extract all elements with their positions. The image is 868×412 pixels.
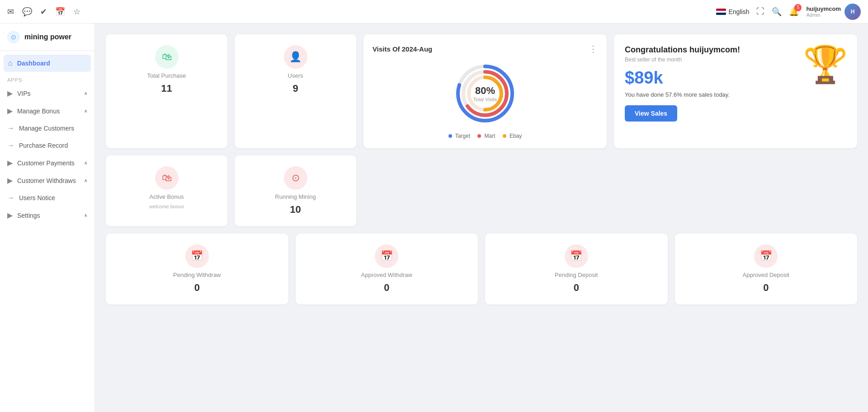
sidebar-item-label: Manage Customers <box>19 125 74 132</box>
approved-deposit-value: 0 <box>763 282 769 294</box>
stat-card-pending-deposit: 📅 Pending Deposit 0 <box>485 234 668 304</box>
chart-container: 80% Total Visits Target Mart <box>373 60 598 139</box>
sidebar-logo: ⊙ mining power <box>0 23 94 51</box>
notification-bell[interactable]: 🔔 5 <box>789 7 799 17</box>
play-icon: ▶ <box>7 176 13 185</box>
visits-chart-card: Visits Of 2024-Aug ⋮ <box>363 34 607 148</box>
topbar-left: ✉ 💬 ✔ 📅 ☆ <box>7 7 716 17</box>
sidebar-item-manage-bonus[interactable]: ▶ Manage Bonus ∧ <box>0 102 94 120</box>
sidebar-item-label: Customer Payments <box>17 159 75 167</box>
mail-icon[interactable]: ✉ <box>7 7 14 17</box>
stats-top-grid: 🛍 Total Purchase 11 👤 Users 9 Visits Of … <box>106 34 857 148</box>
topbar-quick-icons: ✉ 💬 ✔ 📅 ☆ <box>7 7 80 17</box>
star-icon[interactable]: ☆ <box>73 7 80 17</box>
legend-ebay: Ebay <box>503 133 522 139</box>
stat-card-total-purchase: 🛍 Total Purchase 11 <box>106 34 227 148</box>
approved-withdraw-label: Approved Withdraw <box>361 272 412 278</box>
play-icon: ▶ <box>7 107 13 115</box>
stat-card-approved-withdraw: 📅 Approved Withdraw 0 <box>296 234 478 304</box>
language-selector[interactable]: English <box>716 8 750 15</box>
calendar-icon[interactable]: 📅 <box>55 7 65 17</box>
arrow-icon: → <box>7 194 14 202</box>
pending-deposit-icon: 📅 <box>565 244 588 268</box>
pending-deposit-value: 0 <box>574 282 579 294</box>
arrow-icon: → <box>7 124 14 132</box>
language-label: English <box>729 8 750 15</box>
chevron-up-icon: ∧ <box>84 160 87 165</box>
approved-withdraw-icon: 📅 <box>375 244 398 268</box>
total-purchase-icon: 🛍 <box>155 45 179 69</box>
check-icon[interactable]: ✔ <box>40 7 47 17</box>
approved-deposit-label: Approved Deposit <box>743 272 789 278</box>
sidebar-item-customer-withdraws[interactable]: ▶ Customer Withdraws ∧ <box>0 172 94 189</box>
stat-card-active-bonus: 🛍 Active Bonus welcome bonus <box>106 155 227 226</box>
sidebar: ⊙ mining power ⌂ Dashboard APPS ▶ VIPs ∧… <box>0 23 95 412</box>
user-info: huijuymcom Admin H <box>806 4 861 20</box>
stats-bottom-grid: 📅 Pending Withdraw 0 📅 Approved Withdraw… <box>106 234 857 304</box>
visits-title: Visits Of 2024-Aug <box>373 45 432 53</box>
pending-withdraw-value: 0 <box>194 282 200 294</box>
stats-mid-grid: 🛍 Active Bonus welcome bonus ⊙ Running M… <box>106 155 857 226</box>
topbar-right: English ⛶ 🔍 🔔 5 huijuymcom Admin H <box>716 4 861 20</box>
donut-center: 80% Total Visits <box>473 85 497 102</box>
stat-card-approved-deposit: 📅 Approved Deposit 0 <box>675 234 858 304</box>
avatar[interactable]: H <box>844 4 861 20</box>
users-value: 9 <box>292 83 298 94</box>
donut-label: Total Visits <box>473 97 497 102</box>
stat-card-pending-withdraw: 📅 Pending Withdraw 0 <box>106 234 288 304</box>
approved-deposit-icon: 📅 <box>754 244 778 268</box>
active-bonus-label: Active Bonus <box>150 193 184 200</box>
total-purchase-label: Total Purchase <box>147 72 186 79</box>
sidebar-item-vips[interactable]: ▶ VIPs ∧ <box>0 84 94 102</box>
expand-icon[interactable]: ⛶ <box>756 7 764 16</box>
username: huijuymcom <box>806 5 841 12</box>
congrats-description: You have done 57.6% more sales today. <box>625 91 846 98</box>
sidebar-nav: ⌂ Dashboard APPS ▶ VIPs ∧ ▶ Manage Bonus… <box>0 51 94 228</box>
logo-icon: ⊙ <box>7 31 20 43</box>
running-mining-value: 10 <box>290 204 301 215</box>
congrats-card: Congratulations huijuymcom! Best seller … <box>614 34 857 148</box>
running-mining-icon: ⊙ <box>284 166 307 190</box>
ebay-dot <box>503 134 506 138</box>
logo-text: mining power <box>24 33 71 41</box>
view-sales-button[interactable]: View Sales <box>625 105 677 122</box>
main-content: 🛍 Total Purchase 11 👤 Users 9 Visits Of … <box>95 23 868 412</box>
target-dot <box>448 134 452 138</box>
sidebar-item-users-notice[interactable]: → Users Notice <box>0 189 94 206</box>
sidebar-item-settings[interactable]: ▶ Settings ∧ <box>0 206 94 224</box>
home-icon: ⌂ <box>8 59 13 67</box>
sidebar-item-label: Customer Withdraws <box>17 177 76 184</box>
chevron-up-icon: ∧ <box>84 178 87 183</box>
chevron-up-icon: ∧ <box>84 108 87 113</box>
chevron-up-icon: ∧ <box>84 213 87 218</box>
user-role: Admin <box>806 12 841 18</box>
play-icon: ▶ <box>7 211 13 220</box>
play-icon: ▶ <box>7 89 13 98</box>
chat-icon[interactable]: 💬 <box>22 7 32 17</box>
donut-chart: 80% Total Visits <box>451 60 519 127</box>
visits-menu-icon[interactable]: ⋮ <box>589 43 598 54</box>
legend-mart: Mart <box>477 133 495 139</box>
sidebar-item-customer-payments[interactable]: ▶ Customer Payments ∧ <box>0 154 94 172</box>
chart-legend: Target Mart Ebay <box>448 133 522 139</box>
running-mining-label: Running Mining <box>275 193 316 200</box>
sidebar-item-label: Users Notice <box>19 194 55 201</box>
sidebar-item-dashboard[interactable]: ⌂ Dashboard <box>4 55 91 72</box>
sidebar-section-apps: APPS <box>0 72 94 84</box>
topbar: ✉ 💬 ✔ 📅 ☆ English ⛶ 🔍 🔔 5 huijuymcom Adm… <box>0 0 868 23</box>
play-icon: ▶ <box>7 159 13 167</box>
arrow-icon: → <box>7 141 14 150</box>
sidebar-item-purchase-record[interactable]: → Purchase Record <box>0 137 94 154</box>
pending-withdraw-label: Pending Withdraw <box>173 272 221 278</box>
sidebar-item-manage-customers[interactable]: → Manage Customers <box>0 120 94 137</box>
total-purchase-value: 11 <box>161 83 172 94</box>
stat-card-users: 👤 Users 9 <box>235 34 356 148</box>
visits-header: Visits Of 2024-Aug ⋮ <box>373 43 598 54</box>
pending-deposit-label: Pending Deposit <box>555 272 598 278</box>
sidebar-item-label: Purchase Record <box>19 142 68 149</box>
search-icon[interactable]: 🔍 <box>772 7 782 17</box>
pending-withdraw-icon: 📅 <box>185 244 209 268</box>
legend-target: Target <box>448 133 470 139</box>
sidebar-item-label: Manage Bonus <box>17 108 60 115</box>
trophy-icon: 🏆 <box>803 43 848 86</box>
